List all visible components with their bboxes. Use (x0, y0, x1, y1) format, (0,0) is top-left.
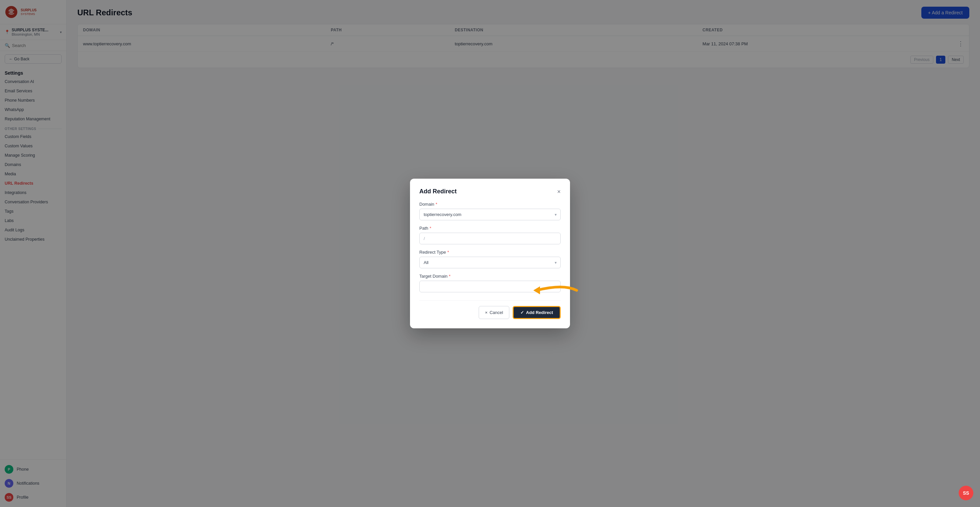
modal-overlay[interactable]: Add Redirect × Domain * toptierrecovery.… (0, 0, 980, 507)
redirect-type-select-wrapper: All 301 302 (419, 257, 561, 268)
modal-header: Add Redirect × (419, 188, 561, 195)
confirm-check-icon: ✓ (520, 310, 524, 315)
redirect-type-required: * (447, 250, 449, 255)
domain-form-group: Domain * toptierrecovery.com (419, 202, 561, 220)
path-input[interactable] (419, 233, 561, 244)
domain-select-wrapper: toptierrecovery.com (419, 209, 561, 220)
cancel-label: Cancel (490, 310, 503, 315)
target-domain-select-wrapper (419, 281, 561, 292)
add-redirect-confirm-button[interactable]: ✓ Add Redirect (513, 306, 561, 319)
path-required: * (430, 226, 431, 230)
path-form-group: Path * (419, 226, 561, 244)
target-domain-label: Target Domain * (419, 274, 561, 279)
modal-close-button[interactable]: × (557, 189, 561, 195)
bottom-right-avatar[interactable]: SS (959, 486, 973, 500)
redirect-type-form-group: Redirect Type * All 301 302 (419, 250, 561, 268)
path-label: Path * (419, 226, 561, 230)
target-domain-required: * (449, 274, 451, 279)
cancel-button[interactable]: × Cancel (479, 306, 509, 319)
add-redirect-modal: Add Redirect × Domain * toptierrecovery.… (410, 179, 570, 328)
target-domain-form-group: Target Domain * (419, 274, 561, 292)
redirect-type-select[interactable]: All 301 302 (419, 257, 561, 268)
domain-select[interactable]: toptierrecovery.com (419, 209, 561, 220)
domain-required: * (436, 202, 438, 207)
redirect-type-label: Redirect Type * (419, 250, 561, 255)
modal-title: Add Redirect (419, 188, 457, 195)
modal-footer: × Cancel ✓ Add Redirect (419, 300, 561, 319)
target-domain-select[interactable] (419, 281, 561, 292)
cancel-x-icon: × (485, 310, 488, 315)
confirm-label: Add Redirect (526, 310, 553, 315)
domain-label: Domain * (419, 202, 561, 207)
